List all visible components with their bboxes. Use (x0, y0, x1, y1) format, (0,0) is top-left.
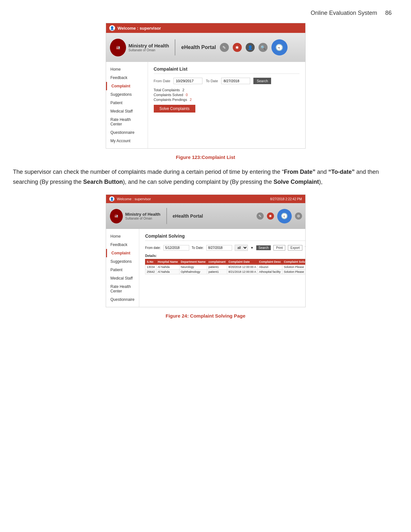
row2-solution: Solution Please (282, 270, 306, 274)
timestamp-bar-2: 👤 Welcome : supervisor 8/27/2018 2:22:42… (106, 195, 305, 203)
edit-icon-2: ✎ (257, 212, 264, 220)
oman-emblem-2: 🏭 (110, 209, 123, 223)
portal-banner-2: 🏭 Ministry of Health Sultanate of Oman e… (106, 203, 305, 229)
sidebar-item-medical-1[interactable]: Medical Staff (106, 107, 148, 115)
stethoscope-icon-1: 🕣 (271, 39, 288, 55)
panel-title-1: Compalaint List (154, 66, 299, 74)
solved-stat: Complaints Solved 0 (154, 93, 299, 97)
welcome-text-2: Welcome : supervisor (117, 197, 151, 201)
body-text-end: ), (319, 179, 322, 185)
edit-icon-1: ✎ (220, 43, 229, 52)
solving-form-row-2: From date: To Date: all ▼ Search Print E… (145, 245, 305, 251)
stethoscope-icon-2: 🕣 (277, 209, 292, 223)
sidebar-item-feedback-1[interactable]: Feedback (106, 74, 148, 82)
sidebar-item-rate-1[interactable]: Rate Health Center (106, 115, 148, 128)
col-complainant: complainant (207, 259, 227, 265)
oman-emblem-1: 🏭 (110, 39, 126, 56)
from-date-bold: From Date” (284, 169, 315, 175)
portal-title-block-1: Ministry of Health Sultanate of Oman (129, 43, 169, 52)
portal-divider-2 (166, 208, 167, 224)
panel-title-2: Complaint Solving (145, 233, 305, 241)
sidebar-item-myaccount-1[interactable]: My Account (106, 137, 148, 145)
star-icon-1: ✱ (233, 43, 242, 52)
total-label-2: Total : 2 (305, 246, 306, 250)
sidebar-item-patient-1[interactable]: Patient (106, 99, 148, 107)
from-date-input-2[interactable] (163, 245, 189, 251)
page-header: Online Evaluation System 86 (13, 10, 398, 16)
col-dept: Department Name (179, 259, 207, 265)
row2-dept: Ophthalmology (179, 270, 207, 274)
person-icon-1: 👤 (246, 43, 255, 52)
row1-date: 8/20/2018 12:00:00 A (227, 265, 258, 270)
pending-stat: Complaints Pendings 2 (154, 98, 299, 102)
col-solution: Complaint Solution (282, 259, 306, 265)
table-row: 25642 Al Nahda Ophthalmology patient1 8/… (145, 270, 306, 274)
search-button-2[interactable]: Search (256, 245, 271, 250)
search-button-1[interactable]: Search (253, 78, 271, 84)
system-title: Online Evaluation System (311, 10, 377, 16)
figure1-screenshot: 👤 Welcome : supervisor 🏭 Ministry of Hea… (106, 23, 306, 149)
sidebar-2: Home Feedback Complaint Suggestions Pati… (106, 229, 140, 307)
sidebar-item-questionnaire-2[interactable]: Questionnaire (106, 295, 139, 304)
table-body-2: 13034 Al Nahda Neurology patient1 8/20/2… (145, 265, 306, 274)
print-button-2[interactable]: Print (273, 245, 285, 251)
solve-complaints-button[interactable]: Solve Complaints (154, 105, 195, 113)
portal-logo-2: 🏭 Ministry of Health Sultanate of Oman e… (110, 208, 203, 224)
sidebar-item-complaint-2[interactable]: Complaint (106, 249, 139, 257)
row1-hospital: Al Nahda (156, 265, 180, 270)
search-icon-1: 🔍 (259, 43, 268, 52)
to-date-bold: “To-date” (328, 169, 355, 175)
sidebar-item-complaint-1[interactable]: Complaint (106, 82, 148, 90)
solve-bold: Solve Complaint (273, 179, 319, 185)
to-date-input-1[interactable] (221, 78, 250, 84)
row2-desc: Athospital facility (258, 270, 282, 274)
row1-dept: Neurology (179, 265, 207, 270)
sultanate-1: Sultanate of Oman (129, 48, 169, 52)
from-date-input-1[interactable] (173, 78, 202, 84)
main-panel-2: Complaint Solving From date: To Date: al… (139, 229, 305, 307)
col-desc: Complaint Desc (258, 259, 282, 265)
table-header-2: S.No Hospital Name Department Name compl… (145, 259, 306, 265)
user-icon-1: 👤 (109, 25, 115, 31)
welcome-text-1: Welcome : supervisor (118, 26, 161, 31)
export-button-2[interactable]: Export (288, 245, 302, 251)
sidebar-item-home-2[interactable]: Home (106, 232, 139, 241)
pending-value-1: 2 (190, 98, 191, 102)
row1-solution: Solution Please (282, 265, 306, 270)
portal-icons-area-1: ✎ ✱ 👤 🔍 🕣 (205, 33, 302, 62)
sidebar-1: Home Feedback Complaint Suggestions Pati… (106, 62, 148, 148)
total-complaints-stat: Total Complaints 2 (154, 88, 299, 92)
sidebar-item-patient-2[interactable]: Patient (106, 266, 139, 274)
row2-date: 8/21/2018 12:00:00 A (227, 270, 258, 274)
col-date: Complaint Date (227, 259, 258, 265)
sidebar-item-medical-2[interactable]: Medical Staff (106, 274, 139, 282)
body-text-and1: and (315, 169, 328, 175)
date-form-row-1: From Date To Date Search (154, 78, 299, 84)
sidebar-item-feedback-2[interactable]: Feedback (106, 241, 139, 249)
details-label-2: Details: (145, 254, 305, 258)
row1-desc: Abuzizi (258, 265, 282, 270)
sidebar-item-questionnaire-1[interactable]: Questionnaire (106, 128, 148, 137)
ministry-name-1: Ministry of Health (129, 43, 169, 48)
sidebar-item-rate-2[interactable]: Rate Health Center (106, 282, 139, 295)
sultanate-2: Sultanate of Oman (125, 217, 161, 220)
row2-complainant: patient1 (207, 270, 227, 274)
figure1-caption: Figure 123:Complaint List (13, 154, 398, 160)
stats-row-1: Total Complaints 2 Complaints Solved 0 C… (154, 88, 299, 102)
filter-select-2[interactable]: all (235, 245, 248, 251)
figure2-caption: Figure 24: Complaint Solving Page (13, 313, 398, 319)
sidebar-item-home-1[interactable]: Home (106, 65, 148, 74)
row2-hospital: Al Nahda (156, 270, 180, 274)
to-date-label-2: To Date: (192, 246, 204, 250)
app-body-2: Home Feedback Complaint Suggestions Pati… (106, 229, 305, 307)
page-number: 86 (385, 10, 392, 16)
pending-label-1: Complaints Pendings (154, 98, 187, 102)
ehealth-title-2: eHealth Portal (173, 213, 203, 219)
sidebar-item-suggestions-2[interactable]: Suggestions (106, 257, 139, 266)
sidebar-item-suggestions-1[interactable]: Suggestions (106, 90, 148, 99)
portal-banner-1: 🏭 Ministry of Health Sultanate of Oman e… (106, 33, 305, 62)
user-icon-2: 👤 (109, 196, 114, 202)
total-label-1: Total Complaints (154, 88, 180, 92)
star-icon-2: ✱ (267, 212, 274, 220)
to-date-input-2[interactable] (206, 245, 232, 251)
